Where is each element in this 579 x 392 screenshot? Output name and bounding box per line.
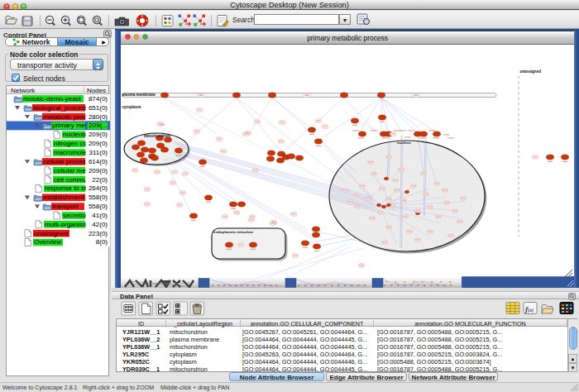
svg-text:mosaic-demo-yeast: mosaic-demo-yeast	[23, 95, 82, 103]
svg-text:614(0): 614(0)	[89, 158, 108, 165]
svg-text:41(0): 41(0)	[92, 212, 108, 219]
svg-text:558(0): 558(0)	[89, 194, 108, 201]
svg-text:Overview: Overview	[34, 238, 62, 246]
svg-text:8(0): 8(0)	[96, 238, 108, 246]
svg-text:unassigned: unassigned	[34, 230, 68, 237]
svg-text:42(0): 42(0)	[92, 221, 108, 228]
svg-text:264(0): 264(0)	[89, 184, 108, 192]
svg-text:209(0): 209(0)	[89, 167, 108, 174]
svg-text:unassigned: unassigned	[520, 69, 542, 74]
svg-text:plasma membrane: plasma membrane	[122, 93, 156, 97]
svg-text:secretion: secretion	[63, 212, 89, 219]
svg-text:651(0): 651(0)	[89, 104, 108, 112]
svg-text:nucleus: nucleus	[397, 141, 411, 145]
svg-text:biological_process: biological_process	[33, 104, 88, 112]
svg-text:223(0): 223(0)	[89, 230, 108, 237]
svg-text:558(0): 558(0)	[89, 203, 108, 210]
svg-text:209(0): 209(0)	[89, 131, 108, 138]
svg-text:874(0): 874(0)	[89, 95, 108, 103]
svg-text:cytoplasm: cytoplasm	[122, 105, 141, 109]
svg-text:transport: transport	[52, 203, 79, 210]
svg-text:22(0): 22(0)	[92, 176, 108, 184]
svg-text:209(...: 209(...	[89, 122, 108, 129]
svg-text:209(0): 209(0)	[89, 140, 108, 147]
svg-text:280(0): 280(0)	[89, 113, 108, 121]
svg-text:311(0): 311(0)	[89, 149, 108, 156]
svg-text:1:1: 1:1	[95, 19, 99, 22]
svg-text:mitochondrion: mitochondrion	[144, 134, 170, 138]
svg-text:cellular process: cellular process	[43, 158, 89, 165]
svg-text:endoplasmic reticulum: endoplasmic reticulum	[213, 230, 253, 234]
